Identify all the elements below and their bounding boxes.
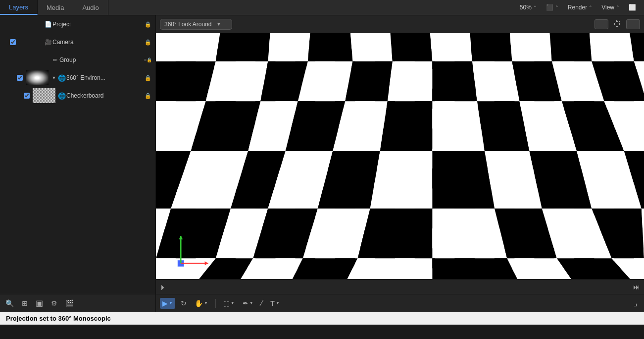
render-label: Render (568, 4, 587, 11)
timeline-play-button[interactable]: ⏵ (160, 283, 167, 291)
tab-layers[interactable]: Layers (0, 0, 38, 15)
layer-checkbox-env360[interactable] (14, 75, 26, 81)
paint-tool-btn[interactable]: ✒ ▼ (240, 298, 256, 309)
view-dropdown-label: 360° Look Around (164, 21, 212, 28)
canvas-extra-btn[interactable] (626, 19, 640, 29)
tab-audio[interactable]: Audio (73, 0, 108, 15)
window-icon: ⬜ (629, 4, 636, 11)
clip-button[interactable]: 🎬 (64, 298, 75, 309)
layer-name-group: Group (59, 56, 144, 63)
checkerboard-checkbox-input[interactable] (24, 93, 30, 99)
svg-marker-22 (345, 61, 393, 101)
svg-marker-35 (380, 101, 433, 151)
paint-chevron: ▼ (249, 301, 253, 305)
canvas-toggle-btn-1[interactable] (594, 19, 608, 29)
layer-item-checkerboard[interactable]: 🌐 Checkerboard 🔒 (0, 87, 155, 105)
checkerboard-display (156, 33, 644, 279)
grid-view-button[interactable]: ⊞ (20, 298, 29, 309)
canvas-viewport[interactable] (156, 33, 644, 279)
pan-chevron: ▼ (204, 301, 208, 305)
select-tool-btn[interactable]: ▶ ▼ (160, 298, 175, 309)
layer-lock-checkerboard[interactable]: 🔒 (144, 93, 152, 99)
status-bar: Projection set to 360° Monoscopic (0, 312, 644, 325)
color-btn[interactable]: ⬛ ⌃ (542, 2, 563, 12)
zoom-control[interactable]: 50% ⌃ (516, 2, 541, 12)
pan-tool-group: ✋ ▼ (192, 298, 210, 309)
svg-marker-8 (390, 33, 433, 61)
svg-marker-68 (345, 258, 432, 279)
svg-marker-6 (308, 33, 353, 61)
svg-marker-58 (357, 209, 432, 259)
layer-item-camera[interactable]: 🎥 Camera 🔒 (0, 33, 155, 51)
svg-marker-59 (432, 209, 507, 259)
svg-marker-12 (549, 33, 592, 61)
canvas-top-bar: 360° Look Around ▼ ⏱ (156, 15, 644, 33)
status-text: Projection set to 360° Monoscopic (6, 315, 111, 322)
view-chevron: ⌃ (616, 5, 620, 10)
svg-marker-19 (206, 61, 268, 101)
layer-triangle-env360[interactable]: ▼ (50, 75, 57, 80)
settings-button[interactable]: ⚙ (50, 298, 59, 309)
zoom-value: 50% (520, 4, 532, 11)
tab-media[interactable]: Media (38, 0, 73, 15)
window-btn[interactable]: ⬜ (625, 2, 640, 12)
layer-icon-group: ✏ (50, 57, 59, 63)
env360-checkbox-input[interactable] (17, 75, 23, 81)
main-layout: 📄 Project 🔒 🎥 Camera 🔒 ✏ Group ≡ (0, 15, 644, 312)
hand-tool-btn[interactable]: ↻ (178, 298, 189, 309)
svg-marker-11 (509, 33, 552, 61)
search-button[interactable]: 🔍 (4, 298, 15, 309)
layers-list: 📄 Project 🔒 🎥 Camera 🔒 ✏ Group ≡ (0, 15, 155, 294)
view-btn[interactable]: View ⌃ (597, 2, 624, 12)
tab-group: Layers Media Audio (0, 0, 108, 15)
camera-checkbox-input[interactable] (10, 39, 16, 45)
layer-thumb-env360 (26, 70, 49, 85)
timeline-end-button[interactable]: ⏭ (633, 283, 640, 291)
layer-icon-env360: 🌐 (57, 74, 66, 82)
layer-name-project: Project (52, 21, 144, 28)
frame-tool-group: ⬚ ▼ (221, 298, 237, 309)
canvas-timer-btn[interactable]: ⏱ (611, 19, 623, 30)
svg-marker-18 (156, 61, 216, 101)
text-chevron: ▼ (276, 301, 280, 305)
svg-marker-48 (432, 151, 495, 209)
layer-lock-group[interactable]: ≡🔒 (144, 57, 152, 62)
layer-item-env360[interactable]: ▼ 🌐 360° Environ... 🔒 (0, 69, 155, 87)
view-dropdown[interactable]: 360° Look Around ▼ (160, 19, 232, 30)
corner-tool-btn[interactable]: ⌟ (631, 297, 640, 309)
text-icon: T (270, 299, 275, 307)
select-chevron: ▼ (169, 301, 173, 305)
svg-marker-25 (472, 61, 520, 101)
layer-lock-camera[interactable]: 🔒 (144, 39, 152, 46)
hand-icon: ✋ (195, 299, 203, 307)
text-tool-btn[interactable]: T ▼ (268, 298, 282, 309)
svg-marker-69 (432, 258, 519, 279)
bottom-toolbar: ▶ ▼ ↻ ✋ ▼ ⬚ ▼ (156, 294, 644, 312)
canvas-timeline-bar: ⏵ ⏭ (156, 279, 644, 294)
layer-name-env360: 360° Environ... (66, 74, 144, 81)
layer-name-checkerboard: Checkerboard (66, 92, 144, 99)
brush-tool-btn[interactable]: ∕ (259, 297, 265, 309)
orbit-icon: ↻ (181, 299, 187, 307)
svg-marker-7 (350, 33, 393, 61)
layer-lock-env360[interactable]: 🔒 (144, 75, 152, 81)
layer-item-project[interactable]: 📄 Project 🔒 (0, 15, 155, 33)
layer-name-camera: Camera (52, 39, 144, 46)
group-button[interactable]: ▣ (34, 297, 45, 309)
tool-separator-1 (215, 299, 216, 308)
svg-marker-13 (589, 33, 634, 61)
layer-lock-project[interactable]: 🔒 (144, 21, 152, 28)
layer-icon-project: 📄 (44, 21, 52, 28)
layer-checkbox-checkerboard[interactable] (21, 93, 33, 99)
layer-item-group[interactable]: ✏ Group ≡🔒 (0, 51, 155, 69)
render-btn[interactable]: Render ⌃ (564, 2, 596, 12)
layer-checkbox-camera[interactable] (7, 39, 19, 45)
frame-tool-btn[interactable]: ⬚ ▼ (221, 298, 237, 309)
color-icon: ⬛ (546, 4, 553, 11)
corner-icon: ⌟ (634, 298, 638, 308)
svg-marker-9 (430, 33, 472, 61)
color-chevron: ⌃ (555, 5, 559, 10)
pan-tool-btn[interactable]: ✋ ▼ (192, 298, 210, 309)
left-panel: 📄 Project 🔒 🎥 Camera 🔒 ✏ Group ≡ (0, 15, 156, 312)
svg-marker-23 (388, 61, 433, 101)
